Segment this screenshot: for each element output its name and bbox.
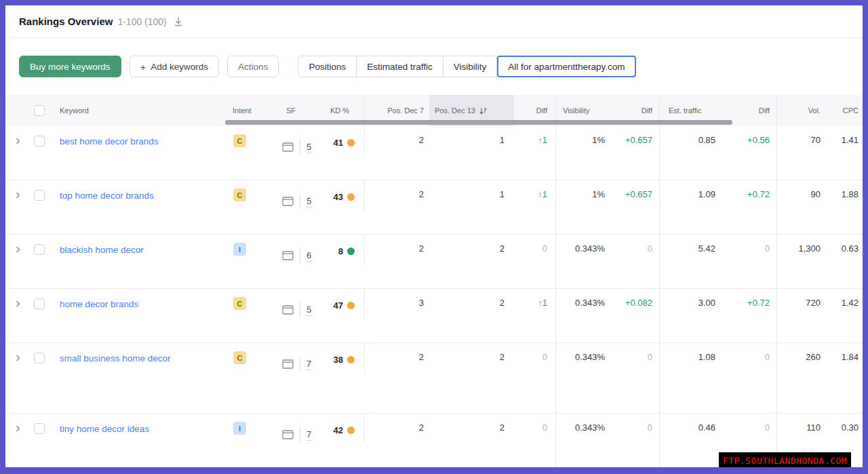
intent-badge[interactable]: C <box>233 297 246 310</box>
serp-features-icon[interactable] <box>282 251 294 260</box>
pos-dec-13-value: 2 <box>429 289 514 342</box>
serp-features-count[interactable]: 7 <box>307 429 311 441</box>
visibility-value: 0.343% <box>556 414 610 467</box>
cpc-value: 1.88 <box>826 180 863 234</box>
pos-dec-7-value: 2 <box>365 414 429 467</box>
checkbox-cell <box>30 343 54 413</box>
add-keywords-label: Add keywords <box>151 62 208 72</box>
pos-diff-value: 0 <box>542 352 547 362</box>
intent-badge[interactable]: C <box>233 134 246 147</box>
plus-icon: + <box>140 61 146 73</box>
export-download-icon[interactable] <box>174 17 183 26</box>
visibility-value: 0.343% <box>556 343 610 413</box>
row-checkbox[interactable] <box>34 298 45 309</box>
expand-chevron-icon[interactable] <box>15 245 21 254</box>
visibility-value: 0.343% <box>556 235 610 288</box>
expand-chevron-icon[interactable] <box>15 137 21 145</box>
row-checkbox[interactable] <box>34 136 45 146</box>
visibility-diff-cell: 0 <box>610 235 660 288</box>
serp-features-cell: 6 <box>270 235 319 267</box>
intent-badge[interactable]: C <box>233 189 246 201</box>
header-checkbox-cell <box>30 95 54 126</box>
toolbar: Buy more keywords + Add keywords Actions… <box>5 38 863 95</box>
serp-features-icon[interactable] <box>282 305 294 315</box>
kd-cell: 42 <box>319 414 365 445</box>
est-traffic-value: 0.46 <box>660 414 722 467</box>
horizontal-scrollbar[interactable] <box>225 120 732 125</box>
row-checkbox[interactable] <box>34 423 45 434</box>
metric-tabs: Positions Estimated traffic Visibility A… <box>298 56 635 77</box>
select-all-checkbox[interactable] <box>34 105 45 116</box>
traffic-diff-cell: +0.56 <box>722 126 777 180</box>
keyword-link[interactable]: home decor brands <box>60 298 138 311</box>
traffic-diff-value: 0 <box>765 422 770 433</box>
page-title: Rankings Overview <box>19 16 113 27</box>
pos-diff-cell: ↑1 <box>514 180 556 234</box>
tab-all-for-domain[interactable]: All for apartmenttherapy.com <box>497 56 635 77</box>
est-traffic-value: 3.00 <box>660 289 722 342</box>
table-row: home decor brands C 5 47 <box>5 289 863 343</box>
row-checkbox[interactable] <box>34 244 45 255</box>
serp-features-icon[interactable] <box>282 430 294 439</box>
cpc-value: 1.42 <box>826 289 863 342</box>
row-checkbox[interactable] <box>34 190 45 201</box>
pos-dec-13-value: 2 <box>429 235 514 288</box>
title-bar: Rankings Overview 1-100 (100) <box>5 5 863 38</box>
keyword-link[interactable]: tiny home decor ideas <box>60 422 149 435</box>
tab-estimated-traffic[interactable]: Estimated traffic <box>357 56 443 77</box>
serp-features-count[interactable]: 5 <box>307 142 311 153</box>
keyword-cell: tiny home decor ideas <box>54 414 229 467</box>
intent-badge[interactable]: I <box>233 243 246 256</box>
visibility-diff-value: +0.657 <box>625 189 652 199</box>
pos-diff-value: ↑1 <box>538 135 547 145</box>
keyword-link[interactable]: small business home decor <box>60 352 171 365</box>
traffic-diff-value: +0.56 <box>747 135 770 145</box>
pos-dec-13-value: 1 <box>429 126 514 180</box>
col-keyword[interactable]: Keyword <box>54 95 229 126</box>
table-row: blackish home decor I 6 8 <box>5 235 863 289</box>
col-cpc[interactable]: CPC <box>826 95 863 126</box>
keyword-link[interactable]: best home decor brands <box>60 135 159 148</box>
visibility-diff-value: +0.082 <box>625 298 652 308</box>
expand-chevron-icon[interactable] <box>15 300 21 308</box>
kd-cell: 47 <box>319 289 365 320</box>
serp-features-count[interactable]: 7 <box>307 359 311 370</box>
tab-visibility[interactable]: Visibility <box>443 56 498 77</box>
serp-features-count[interactable]: 6 <box>307 250 311 262</box>
expand-chevron-icon[interactable] <box>15 424 21 433</box>
intent-badge[interactable]: I <box>233 422 246 435</box>
keyword-link[interactable]: blackish home decor <box>60 243 144 256</box>
tab-positions[interactable]: Positions <box>298 56 357 77</box>
checkbox-cell <box>30 289 54 342</box>
est-traffic-value: 1.08 <box>660 343 722 413</box>
visibility-diff-cell: 0 <box>610 343 660 413</box>
actions-button[interactable]: Actions <box>227 56 279 77</box>
serp-features-icon[interactable] <box>282 142 294 152</box>
sf-divider <box>300 302 300 317</box>
add-keywords-button[interactable]: + Add keywords <box>130 56 220 77</box>
intent-cell: C <box>229 343 270 413</box>
expand-chevron-icon[interactable] <box>15 191 21 199</box>
expand-cell <box>5 343 30 413</box>
col-volume[interactable]: Vol. <box>777 95 826 126</box>
intent-cell: C <box>229 289 270 342</box>
pos-dec-7-value: 2 <box>365 235 429 288</box>
keyword-cell: blackish home decor <box>54 235 229 288</box>
pos-diff-cell: 0 <box>514 235 556 288</box>
buy-more-keywords-button[interactable]: Buy more keywords <box>19 56 121 77</box>
intent-badge[interactable]: C <box>233 351 246 364</box>
cpc-value: 0.63 <box>826 235 863 288</box>
pos-dec-7-value: 2 <box>365 180 429 234</box>
pos-diff-cell: ↑1 <box>514 126 556 180</box>
serp-features-icon[interactable] <box>282 359 294 369</box>
keyword-link[interactable]: top home decor brands <box>60 189 154 202</box>
header-expander-spacer <box>5 95 30 126</box>
kd-value: 43 <box>334 192 343 202</box>
row-checkbox[interactable] <box>34 353 45 363</box>
serp-features-count[interactable]: 5 <box>307 304 311 316</box>
traffic-diff-value: 0 <box>765 352 770 362</box>
expand-chevron-icon[interactable] <box>15 354 21 362</box>
serp-features-count[interactable]: 5 <box>307 196 311 208</box>
serp-features-icon[interactable] <box>282 197 294 206</box>
traffic-diff-cell: 0 <box>722 235 777 288</box>
